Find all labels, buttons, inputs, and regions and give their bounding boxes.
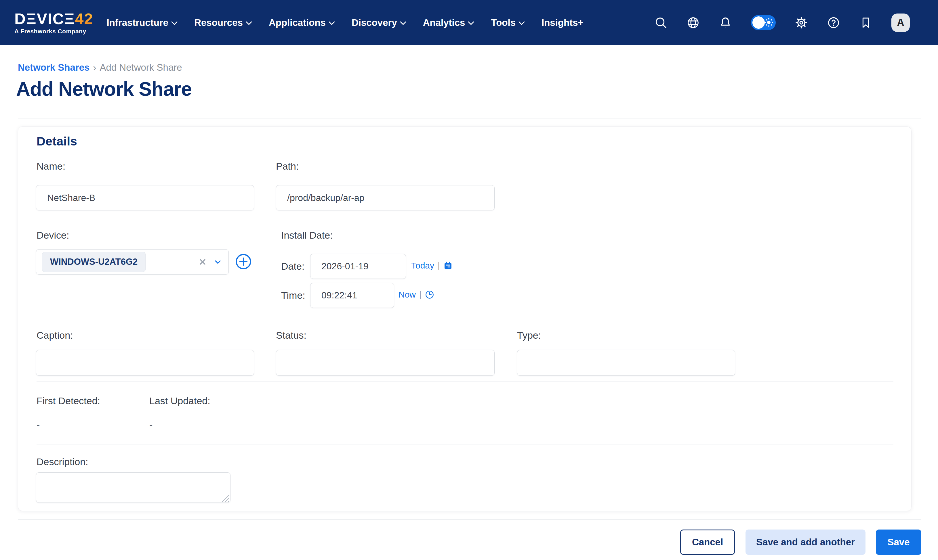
toggle-knob-icon <box>753 16 765 29</box>
caption-input[interactable] <box>36 350 254 376</box>
description-label: Description: <box>37 456 88 468</box>
last-updated-label: Last Updated: <box>149 395 210 406</box>
menu-applications[interactable]: Applications <box>269 17 335 28</box>
menu-tools[interactable]: Tools <box>491 17 525 28</box>
today-link[interactable]: Today <box>411 261 434 271</box>
menu-resources[interactable]: Resources <box>194 17 252 28</box>
sun-icon <box>764 17 774 27</box>
section-title: Details <box>37 134 77 148</box>
type-label: Type: <box>517 330 541 341</box>
divider <box>18 520 921 520</box>
chevron-down-icon <box>468 21 474 25</box>
time-label: Time: <box>281 290 305 301</box>
page-title: Add Network Share <box>16 78 191 100</box>
avatar-initial: A <box>897 17 904 29</box>
menu-discovery[interactable]: Discovery <box>352 17 406 28</box>
divider <box>37 222 893 222</box>
divider <box>18 118 921 118</box>
caption-label: Caption: <box>37 330 73 341</box>
breadcrumb-current: Add Network Share <box>100 62 182 73</box>
chevron-down-icon <box>171 21 177 25</box>
search-icon[interactable] <box>654 16 668 29</box>
main-menu: Infrastructure Resources Applications Di… <box>107 0 583 45</box>
add-device-button[interactable] <box>235 253 252 270</box>
select-chevron-down-icon[interactable] <box>213 257 223 268</box>
chevron-down-icon <box>400 21 406 25</box>
last-updated-value: - <box>149 419 153 431</box>
divider <box>37 381 893 382</box>
status-input[interactable] <box>276 350 495 376</box>
pipe-separator: | <box>438 261 440 271</box>
logo-wordmark: DΞVICΞ42 <box>14 11 94 26</box>
date-label: Date: <box>281 261 304 272</box>
path-input[interactable] <box>276 185 495 211</box>
menu-infrastructure[interactable]: Infrastructure <box>107 17 178 28</box>
path-label: Path: <box>276 161 299 172</box>
breadcrumb-network-shares[interactable]: Network Shares <box>18 62 89 73</box>
now-link[interactable]: Now <box>398 290 416 300</box>
time-quick-actions: Now | <box>398 290 434 300</box>
theme-toggle[interactable] <box>751 15 776 30</box>
install-date-label: Install Date: <box>281 230 333 241</box>
first-detected-label: First Detected: <box>37 395 100 406</box>
divider <box>37 444 893 445</box>
menu-insights[interactable]: Insights+ <box>542 17 583 28</box>
name-input[interactable] <box>36 185 254 211</box>
device-select[interactable]: WINDOWS-U2AT6G2 <box>36 249 229 275</box>
device-label: Device: <box>37 230 69 241</box>
status-label: Status: <box>276 330 306 341</box>
date-input[interactable] <box>310 254 406 279</box>
divider <box>37 322 893 322</box>
chevron-down-icon <box>246 21 252 25</box>
notifications-bell-icon[interactable] <box>719 16 732 29</box>
name-label: Name: <box>37 161 65 172</box>
device42-logo[interactable]: DΞVICΞ42 A Freshworks Company <box>14 11 94 34</box>
logo-tagline: A Freshworks Company <box>14 28 94 34</box>
chevron-down-icon <box>518 21 525 25</box>
logo-42: 42 <box>75 10 94 27</box>
first-detected-value: - <box>37 419 40 431</box>
clock-icon[interactable] <box>425 290 434 299</box>
breadcrumb: Network Shares › Add Network Share <box>18 62 182 73</box>
device-chip: WINDOWS-U2AT6G2 <box>42 252 146 272</box>
cancel-button[interactable]: Cancel <box>680 529 735 555</box>
top-navbar: DΞVICΞ42 A Freshworks Company Infrastruc… <box>0 0 938 45</box>
save-and-add-another-button[interactable]: Save and add another <box>745 529 865 555</box>
breadcrumb-separator: › <box>93 62 96 73</box>
details-card: Details Name: Path: Device: WINDOWS-U2AT… <box>18 126 912 511</box>
settings-gear-icon[interactable] <box>795 16 808 29</box>
help-icon[interactable] <box>827 16 840 29</box>
globe-icon[interactable] <box>687 16 700 29</box>
description-textarea[interactable] <box>36 472 230 503</box>
date-quick-actions: Today | <box>411 261 453 271</box>
time-input[interactable] <box>310 283 394 308</box>
user-avatar[interactable]: A <box>892 14 910 32</box>
navbar-actions: A <box>654 14 910 32</box>
menu-analytics[interactable]: Analytics <box>423 17 474 28</box>
clear-selection-icon[interactable] <box>198 257 207 268</box>
type-input[interactable] <box>517 350 735 376</box>
bookmark-icon[interactable] <box>859 16 872 29</box>
calendar-icon[interactable] <box>443 261 453 270</box>
chevron-down-icon <box>329 21 335 25</box>
save-button[interactable]: Save <box>876 529 921 555</box>
pipe-separator: | <box>419 290 421 300</box>
